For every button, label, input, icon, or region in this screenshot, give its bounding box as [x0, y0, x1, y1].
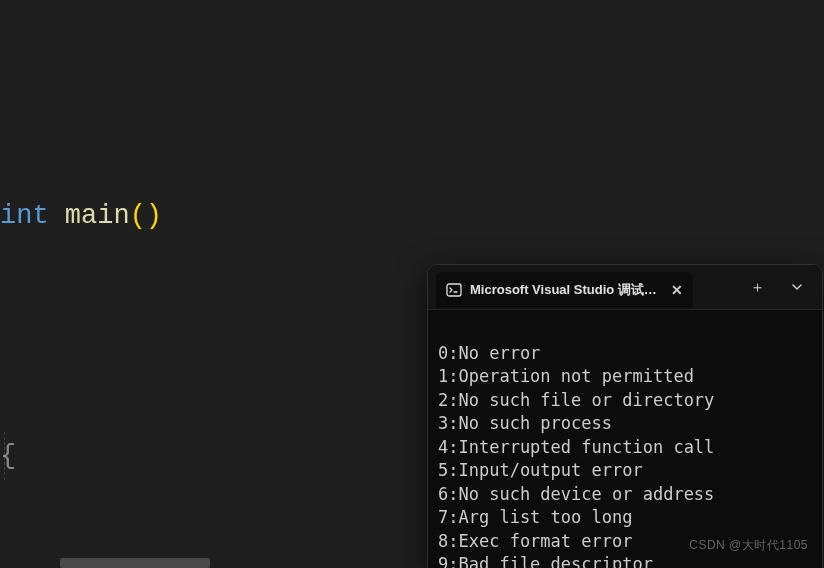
- terminal-line: 6:No such device or address: [438, 484, 714, 504]
- terminal-line: 5:Input/output error: [438, 460, 643, 480]
- close-icon[interactable]: ✕: [665, 282, 683, 298]
- terminal-icon: [446, 282, 462, 298]
- terminal-line: 8:Exec format error: [438, 531, 632, 551]
- type-keyword: int: [0, 201, 49, 231]
- svg-rect-0: [447, 284, 461, 296]
- terminal-line: 3:No such process: [438, 413, 612, 433]
- code-line: int main(): [0, 192, 824, 240]
- terminal-line: 9:Bad file descriptor: [438, 554, 653, 568]
- terminal-tab[interactable]: Microsoft Visual Studio 调试… ✕: [436, 272, 693, 308]
- terminal-line: 7:Arg list too long: [438, 507, 632, 527]
- paren: (): [130, 201, 162, 231]
- terminal-line: 4:Interrupted function call: [438, 437, 714, 457]
- terminal-tab-title: Microsoft Visual Studio 调试…: [470, 281, 657, 299]
- terminal-line: 1:Operation not permitted: [438, 366, 694, 386]
- terminal-title-buttons: ＋: [740, 272, 822, 302]
- tab-dropdown-button[interactable]: [780, 272, 814, 302]
- new-tab-button[interactable]: ＋: [740, 272, 774, 302]
- terminal-line: 0:No error: [438, 343, 540, 363]
- terminal-window[interactable]: Microsoft Visual Studio 调试… ✕ ＋ 0:No err…: [427, 264, 823, 568]
- horizontal-scroll-thumb[interactable]: [60, 558, 210, 568]
- brace: {: [0, 441, 16, 471]
- terminal-titlebar[interactable]: Microsoft Visual Studio 调试… ✕ ＋: [428, 265, 822, 310]
- terminal-output[interactable]: 0:No error 1:Operation not permitted 2:N…: [428, 310, 822, 568]
- watermark-text: CSDN @大时代1105: [689, 537, 808, 554]
- function-name: main: [65, 201, 130, 231]
- terminal-line: 2:No such file or directory: [438, 390, 714, 410]
